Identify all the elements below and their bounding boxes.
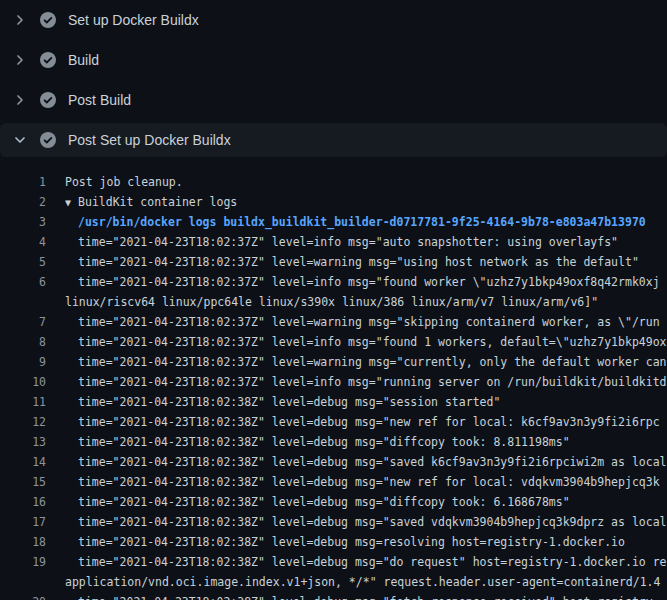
log-line: 12 time="2021-04-23T18:02:38Z" level=deb… bbox=[0, 412, 667, 432]
log-command-text: /usr/bin/docker logs buildx_buildkit_bui… bbox=[78, 212, 667, 232]
log-line: 7 time="2021-04-23T18:02:37Z" level=warn… bbox=[0, 312, 667, 332]
log-line-text: time="2021-04-23T18:02:38Z" level=debug … bbox=[78, 532, 667, 552]
log-line-text: time="2021-04-23T18:02:38Z" level=debug … bbox=[78, 472, 667, 492]
step-build: Build bbox=[0, 40, 667, 80]
log-line-text: Post job cleanup. bbox=[65, 172, 667, 192]
log-line-text: time="2021-04-23T18:02:38Z" level=debug … bbox=[78, 412, 667, 432]
step-title: Post Build bbox=[68, 92, 131, 108]
log-line-text: application/vnd.oci.image.index.v1+json,… bbox=[65, 572, 667, 592]
log-line-text: time="2021-04-23T18:02:38Z" level=debug … bbox=[78, 592, 667, 600]
log-line-text: time="2021-04-23T18:02:38Z" level=debug … bbox=[78, 432, 667, 452]
log-line-wrap: application/vnd.oci.image.index.v1+json,… bbox=[0, 572, 667, 592]
log-line: 6 time="2021-04-23T18:02:37Z" level=info… bbox=[0, 272, 667, 292]
log-line: 19 time="2021-04-23T18:02:38Z" level=deb… bbox=[0, 552, 667, 572]
log-line-text: time="2021-04-23T18:02:37Z" level=warnin… bbox=[78, 312, 667, 332]
log-line: 5 time="2021-04-23T18:02:37Z" level=warn… bbox=[0, 252, 667, 272]
log-line-number[interactable]: 12 bbox=[0, 412, 46, 432]
group-collapse-icon[interactable]: ▼ bbox=[65, 197, 71, 208]
log-line-number[interactable]: 16 bbox=[0, 492, 46, 512]
log-line-command: 3 /usr/bin/docker logs buildx_buildkit_b… bbox=[0, 212, 667, 232]
log-line: 17 time="2021-04-23T18:02:38Z" level=deb… bbox=[0, 512, 667, 532]
log-line-number[interactable]: 5 bbox=[0, 252, 46, 272]
log-line-text: time="2021-04-23T18:02:38Z" level=debug … bbox=[78, 452, 667, 472]
step-header[interactable]: Post Set up Docker Buildx bbox=[0, 123, 667, 157]
log-line-number[interactable]: 8 bbox=[0, 332, 46, 352]
log-group-text: ▼BuildKit container logs bbox=[65, 192, 667, 212]
log-line-number[interactable]: 4 bbox=[0, 232, 46, 252]
log-line-text: time="2021-04-23T18:02:37Z" level=info m… bbox=[78, 272, 667, 292]
log-line-number[interactable]: 2 bbox=[0, 192, 46, 212]
log-line: 4 time="2021-04-23T18:02:37Z" level=info… bbox=[0, 232, 667, 252]
log-line-number[interactable]: 18 bbox=[0, 532, 46, 552]
log-line: 16 time="2021-04-23T18:02:38Z" level=deb… bbox=[0, 492, 667, 512]
step-header[interactable]: Post Build bbox=[0, 83, 667, 117]
chevron-down-icon bbox=[12, 132, 28, 148]
step-post-set-up-docker-buildx: Post Set up Docker Buildx bbox=[0, 120, 667, 160]
log-line-text: time="2021-04-23T18:02:38Z" level=debug … bbox=[78, 512, 667, 532]
log-line-text: time="2021-04-23T18:02:38Z" level=debug … bbox=[78, 492, 667, 512]
steps-list: Set up Docker Buildx Build Post Build Po… bbox=[0, 0, 667, 160]
chevron-right-icon bbox=[12, 52, 28, 68]
log-line: 1 Post job cleanup. bbox=[0, 172, 667, 192]
chevron-right-icon bbox=[12, 12, 28, 28]
log-line-number[interactable]: 20 bbox=[0, 592, 46, 600]
log-line-text: time="2021-04-23T18:02:37Z" level=warnin… bbox=[78, 252, 667, 272]
log-line-text: time="2021-04-23T18:02:37Z" level=info m… bbox=[78, 372, 667, 392]
chevron-right-icon bbox=[12, 92, 28, 108]
log-group-toggle[interactable]: 2 ▼BuildKit container logs bbox=[0, 192, 667, 212]
log-line-number[interactable]: 17 bbox=[0, 512, 46, 532]
log-line-number bbox=[0, 292, 46, 312]
log-line-text: linux/riscv64 linux/ppc64le linux/s390x … bbox=[65, 292, 667, 312]
log-line-text: time="2021-04-23T18:02:37Z" level=info m… bbox=[78, 232, 667, 252]
log-line-number[interactable]: 10 bbox=[0, 372, 46, 392]
step-post-build: Post Build bbox=[0, 80, 667, 120]
log-line-text: time="2021-04-23T18:02:37Z" level=warnin… bbox=[78, 352, 667, 372]
log-line: 14 time="2021-04-23T18:02:38Z" level=deb… bbox=[0, 452, 667, 472]
log-line-number[interactable]: 1 bbox=[0, 172, 46, 192]
log-line-wrap: linux/riscv64 linux/ppc64le linux/s390x … bbox=[0, 292, 667, 312]
log-line-number bbox=[0, 572, 46, 592]
log-line: 15 time="2021-04-23T18:02:38Z" level=deb… bbox=[0, 472, 667, 492]
log-line-number[interactable]: 15 bbox=[0, 472, 46, 492]
log-line-text: time="2021-04-23T18:02:38Z" level=debug … bbox=[78, 392, 667, 412]
log-line: 20 time="2021-04-23T18:02:38Z" level=deb… bbox=[0, 592, 667, 600]
log-line-number[interactable]: 9 bbox=[0, 352, 46, 372]
log-line-number[interactable]: 14 bbox=[0, 452, 46, 472]
log-line-number[interactable]: 7 bbox=[0, 312, 46, 332]
log-line: 8 time="2021-04-23T18:02:37Z" level=info… bbox=[0, 332, 667, 352]
step-header[interactable]: Build bbox=[0, 43, 667, 77]
log-line: 11 time="2021-04-23T18:02:38Z" level=deb… bbox=[0, 392, 667, 412]
step-title: Post Set up Docker Buildx bbox=[68, 132, 231, 148]
step-title: Set up Docker Buildx bbox=[68, 12, 199, 28]
check-circle-icon bbox=[40, 12, 56, 28]
log-line-number[interactable]: 11 bbox=[0, 392, 46, 412]
log-line-number[interactable]: 13 bbox=[0, 432, 46, 452]
log-line: 9 time="2021-04-23T18:02:37Z" level=warn… bbox=[0, 352, 667, 372]
step-title: Build bbox=[68, 52, 99, 68]
log-line: 13 time="2021-04-23T18:02:38Z" level=deb… bbox=[0, 432, 667, 452]
check-circle-icon bbox=[40, 92, 56, 108]
log-output: 1 Post job cleanup. 2 ▼BuildKit containe… bbox=[0, 160, 667, 600]
check-circle-icon bbox=[40, 132, 56, 148]
log-line: 18 time="2021-04-23T18:02:38Z" level=deb… bbox=[0, 532, 667, 552]
log-line-number[interactable]: 3 bbox=[0, 212, 46, 232]
log-line: 10 time="2021-04-23T18:02:37Z" level=inf… bbox=[0, 372, 667, 392]
log-line-text: time="2021-04-23T18:02:38Z" level=debug … bbox=[78, 552, 667, 572]
log-line-text: time="2021-04-23T18:02:37Z" level=info m… bbox=[78, 332, 667, 352]
log-line-number[interactable]: 19 bbox=[0, 552, 46, 572]
group-title: BuildKit container logs bbox=[78, 195, 237, 209]
check-circle-icon bbox=[40, 52, 56, 68]
step-header[interactable]: Set up Docker Buildx bbox=[0, 3, 667, 37]
step-set-up-docker-buildx: Set up Docker Buildx bbox=[0, 0, 667, 40]
log-line-number[interactable]: 6 bbox=[0, 272, 46, 292]
